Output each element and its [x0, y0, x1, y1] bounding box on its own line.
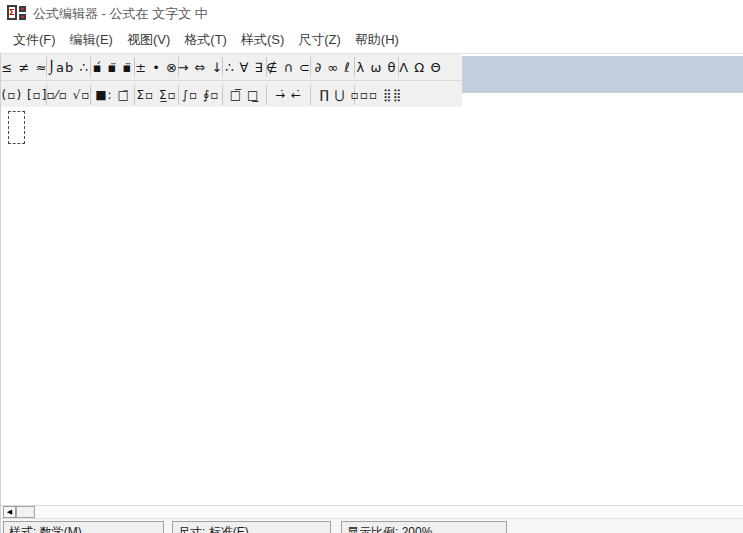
template-products-sets[interactable]: ∏ ⋃	[311, 83, 354, 107]
palette-greek-uppercase[interactable]: Λ Ω Θ	[399, 55, 442, 79]
template-subscripts-superscripts[interactable]: ■: □̈	[91, 83, 134, 107]
icon-square-top	[19, 6, 26, 12]
titlebar: Σ 公式编辑器 - 公式在 文字文 中	[0, 0, 743, 27]
palette-logical-symbols[interactable]: ∴ ∀ ∃	[223, 55, 266, 79]
template-overbars-underbars[interactable]: □̅ □̲	[223, 83, 266, 107]
palette-misc-symbols[interactable]: ∂ ∞ ℓ	[311, 55, 354, 79]
symbol-toolbar: ≤ ≠ ≈ ⌡ab ∴ ▪́ ▪̈ ▪̈ ± • ⊗ → ⇔ ↓ ∴ ∀ ∃ ∉…	[1, 53, 743, 107]
scroll-left-button[interactable]: ◀	[3, 506, 16, 518]
palette-spaces-ellipses[interactable]: ⌡ab ∴	[47, 55, 90, 79]
template-palette-row: (▫) [▫] ▫⁄▫ √▫ ■: □̈ Σ▫ Σ̲▫ ∫▫ ∮▫ □̅ □̲ …	[1, 81, 462, 108]
template-summations[interactable]: Σ▫ Σ̲▫	[135, 83, 178, 107]
icon-square-bottom	[19, 14, 26, 20]
scrollbar-thumb[interactable]	[16, 506, 35, 518]
palette-embellishments[interactable]: ▪́ ▪̈ ▪̈	[91, 55, 134, 79]
template-fractions-radicals[interactable]: ▫⁄▫ √▫	[47, 83, 90, 107]
horizontal-scrollbar: ◀	[1, 505, 743, 518]
menu-item-view[interactable]: 视图(V)	[120, 28, 177, 52]
template-integrals[interactable]: ∫▫ ∮▫	[179, 83, 222, 107]
menu-item-file[interactable]: 文件(F)	[6, 28, 63, 52]
toolbar-palettes: ≤ ≠ ≈ ⌡ab ∴ ▪́ ▪̈ ▪̈ ± • ⊗ → ⇔ ↓ ∴ ∀ ∃ ∉…	[1, 54, 462, 107]
palette-relational-symbols[interactable]: ≤ ≠ ≈	[3, 55, 46, 79]
menu-item-size[interactable]: 尺寸(Z)	[291, 28, 348, 52]
template-fences[interactable]: (▫) [▫]	[3, 83, 46, 107]
status-size-panel: 尺寸: 标准(E)	[172, 521, 331, 533]
equation-work-area: ≤ ≠ ≈ ⌡ab ∴ ▪́ ▪̈ ▪̈ ± • ⊗ → ⇔ ↓ ∴ ∀ ∃ ∉…	[0, 53, 743, 533]
status-style-panel: 样式: 数学(M)	[3, 521, 164, 533]
status-zoom-panel: 显示比例: 200%	[341, 521, 507, 533]
status-bar: 样式: 数学(M) 尺寸: 标准(E) 显示比例: 200%	[1, 518, 743, 533]
menu-item-format[interactable]: 格式(T)	[177, 28, 234, 52]
menu-item-help[interactable]: 帮助(H)	[348, 28, 406, 52]
equation-editor-window: Σ 公式编辑器 - 公式在 文字文 中 文件(F) 编辑(E) 视图(V) 格式…	[0, 0, 743, 533]
word-document-background	[462, 56, 743, 93]
window-title: 公式编辑器 - 公式在 文字文 中	[33, 5, 208, 23]
palette-greek-lowercase[interactable]: λ ω θ	[355, 55, 398, 79]
menu-item-edit[interactable]: 编辑(E)	[63, 28, 120, 52]
symbol-palette-row: ≤ ≠ ≈ ⌡ab ∴ ▪́ ▪̈ ▪̈ ± • ⊗ → ⇔ ↓ ∴ ∀ ∃ ∉…	[1, 54, 462, 81]
palette-set-theory-symbols[interactable]: ∉ ∩ ⊂	[267, 55, 310, 79]
menubar: 文件(F) 编辑(E) 视图(V) 格式(T) 样式(S) 尺寸(Z) 帮助(H…	[0, 27, 743, 53]
equation-editor-app-icon: Σ	[7, 5, 26, 22]
empty-equation-slot[interactable]	[8, 111, 25, 144]
menu-item-style[interactable]: 样式(S)	[234, 28, 291, 52]
toolbar-right-area	[462, 54, 743, 107]
sigma-icon: Σ	[7, 5, 17, 20]
scrollbar-track[interactable]	[35, 506, 743, 518]
template-matrices[interactable]: ▫▫▫ ⣿⣿	[355, 83, 398, 107]
palette-arrow-symbols[interactable]: → ⇔ ↓	[179, 55, 222, 79]
equation-canvas[interactable]	[1, 107, 743, 505]
palette-operator-symbols[interactable]: ± • ⊗	[135, 55, 178, 79]
template-labeled-arrows[interactable]: →̇ ←̇	[267, 83, 310, 107]
icon-squares	[19, 5, 26, 22]
